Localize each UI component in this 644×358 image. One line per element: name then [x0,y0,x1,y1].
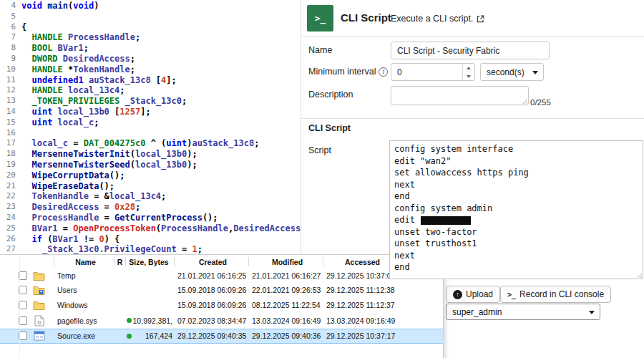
section-divider [301,118,644,119]
column-header-created[interactable]: Created [175,257,249,266]
script-line: config system admin [394,203,638,215]
code-line: 16 [0,128,301,139]
folder-icon [33,270,45,281]
accessed-timestamp: 29.12.2025 11:12:38 [323,286,399,294]
line-number: 14 [0,107,16,117]
panel-header: >_ CLI Script Execute a CLI script. [301,0,644,37]
panel-subtitle: Execute a CLI script. [391,14,484,24]
line-number: 19 [0,160,16,170]
file-name: Users [54,286,114,294]
line-number: 13 [0,96,16,107]
script-label: Script [308,145,331,155]
code-line: 10 HANDLE *TokenHandle; [0,64,301,75]
line-number: 15 [0,117,16,128]
interval-label: Minimum interval i [308,67,388,77]
interval-spinner [462,64,474,80]
name-label: Name [308,45,332,55]
redacted-text [421,216,471,225]
panel-title: CLI Script [341,11,391,24]
code-line: 8 BOOL BVar1; [0,43,301,54]
code-line: 23 DesiredAccess = 0x28; [0,202,301,213]
line-number: 10 [0,64,16,75]
file-name: pagefile.sys [54,316,114,325]
code-lines: 4void main(void)56{7 HANDLE ProcessHandl… [0,1,301,255]
screenshot-root: 4void main(void)56{7 HANDLE ProcessHandl… [0,0,644,358]
admin-profile-select[interactable]: super_admin [446,304,600,320]
script-textarea[interactable]: config system interfaceedit "wan2"set al… [389,140,643,279]
file-name: Temp [54,271,114,280]
spinner-up-button[interactable] [463,64,474,72]
terminal-icon: >_ [307,5,333,32]
line-number: 17 [0,138,16,149]
script-line: next [394,179,638,191]
upload-icon: ↑ [453,290,462,299]
resize-grip-icon[interactable] [521,97,527,104]
code-line: 15 uint local_c; [0,117,301,128]
code-line: 9 DWORD DesiredAccess; [0,54,301,64]
column-header-r[interactable]: R [114,257,126,266]
code-line: 4void main(void) [0,1,301,11]
code-line: 22 TokenHandle = &local_13c4; [0,191,301,202]
line-number: 24 [0,213,16,223]
table-row[interactable]: pagefile.sys10,992,381,07.02.2023 08:34:… [0,313,443,329]
table-row[interactable]: Source.exe167,42429.12.2025 09:40:3529.1… [0,329,443,344]
modified-timestamp: 13.03.2024 09:16:49 [249,316,323,325]
panel-subtitle-text: Execute a CLI script. [391,14,473,24]
accessed-timestamp: 13.03.2024 09:16:49 [323,316,399,325]
line-number: 27 [0,244,16,255]
code-line: 18 MersenneTwisterInit(local_13b0); [0,149,301,160]
interval-input[interactable]: 0 [391,63,475,81]
interval-unit-select[interactable]: second(s) [480,63,544,81]
info-icon[interactable]: i [379,67,388,77]
column-header-modified[interactable]: Modified [249,257,323,266]
line-number: 25 [0,223,16,234]
line-number: 23 [0,202,16,213]
column-header-accessed[interactable]: Accessed [323,257,399,266]
script-line: config system interface [394,143,638,155]
column-header-size-bytes[interactable]: Size, Bytes [126,257,175,266]
table-row[interactable]: Temp21.01.2021 06:16:2521.01.2021 06:16:… [0,268,443,282]
column-header-name[interactable]: Name [54,257,114,266]
line-number: 16 [0,128,16,139]
script-line: unset trusthost1 [394,238,638,250]
line-number: 20 [0,170,16,181]
accessed-timestamp: 29.12.2025 10:37:00 [323,271,399,280]
code-line: 24 ProcessHandle = GetCurrentProcess(); [0,213,301,223]
created-timestamp: 21.01.2021 06:16:25 [175,271,249,280]
file-table-rows: Temp21.01.2021 06:16:2521.01.2021 06:16:… [0,268,443,344]
interval-label-text: Minimum interval [308,67,376,77]
script-line: next [394,250,638,262]
modified-timestamp: 08.12.2025 11:22:54 [249,301,323,309]
script-line: edit "wan2" [394,155,638,168]
spinner-down-button[interactable] [463,72,474,80]
table-left-gutter-line [19,255,20,358]
modified-timestamp: 29.12.2025 09:40:36 [249,332,323,340]
created-timestamp: 07.02.2023 08:34:47 [175,316,249,325]
line-number: 22 [0,191,16,202]
description-label: Description [308,90,353,100]
created-timestamp: 15.09.2018 06:09:26 [175,301,249,309]
code-line: 27 _Stack_13c0.PrivilegeCount = 1; [0,244,301,255]
line-number: 8 [0,43,16,54]
table-row[interactable]: Users15.09.2018 06:09:2622.01.2021 09:26… [0,282,443,298]
file-table-panel: NameRSize, BytesCreatedModifiedAccessed … [0,254,444,358]
external-link-icon[interactable] [477,15,484,23]
users-folder-icon [33,284,45,296]
code-line: 13 _TOKEN_PRIVILEGES _Stack_13c0; [0,96,301,107]
description-textarea[interactable] [391,86,529,105]
record-cli-button[interactable]: >_ Record in CLI console [500,286,611,303]
code-line: 6{ [0,22,301,33]
script-line: edit [394,214,638,226]
accessed-timestamp: 29.12.2025 11:12:37 [323,301,399,309]
admin-profile-value: super_admin [452,307,502,317]
upload-button[interactable]: ↑ Upload [446,286,500,303]
code-line: 25 BVar1 = OpenProcessToken(ProcessHandl… [0,223,301,234]
code-line: 5 [0,11,301,22]
section-title: CLI Script [308,123,351,133]
table-row[interactable]: Windows15.09.2018 06:09:2608.12.2025 11:… [0,298,443,314]
terminal-icon-glyph: >_ [315,13,326,24]
code-line: 20 WipeCorruptData(); [0,170,301,181]
line-number: 12 [0,85,16,96]
created-timestamp: 29.12.2025 09:40:35 [175,332,249,340]
name-input[interactable]: CLI Script - Security Fabric [391,42,550,59]
